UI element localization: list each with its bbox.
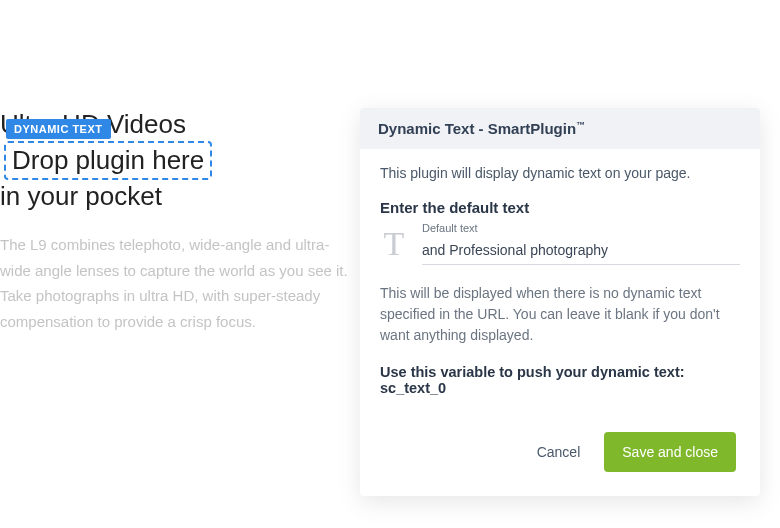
body-text: The L9 combines telephoto, wide-angle an… (0, 232, 360, 334)
panel-actions: Cancel Save and close (380, 424, 740, 482)
cancel-button[interactable]: Cancel (531, 434, 587, 470)
default-text-row: T Default text (380, 222, 740, 265)
headline-post: in your pocket (0, 181, 162, 211)
plugin-dropzone[interactable]: DYNAMIC TEXT Drop plugin here (4, 141, 212, 180)
save-and-close-button[interactable]: Save and close (604, 432, 736, 472)
section-label: Enter the default text (380, 199, 740, 216)
headline: Ultra HD Videos DYNAMIC TEXT Drop plugin… (0, 119, 212, 208)
plugin-badge: DYNAMIC TEXT (6, 119, 111, 139)
default-text-label: Default text (422, 222, 740, 234)
help-text: This will be displayed when there is no … (380, 283, 740, 346)
plugin-placeholder-text: Drop plugin here (12, 145, 204, 175)
panel-title-main: Dynamic Text - SmartPlugin (378, 120, 576, 137)
variable-name: sc_text_0 (380, 380, 446, 396)
variable-instruction: Use this variable to push your dynamic t… (380, 364, 740, 396)
text-icon: T (380, 227, 408, 265)
default-text-input[interactable] (422, 236, 740, 265)
panel-title: Dynamic Text - SmartPlugin™ (360, 108, 760, 149)
panel-description: This plugin will display dynamic text on… (380, 165, 740, 181)
plugin-config-panel: Dynamic Text - SmartPlugin™ This plugin … (360, 108, 760, 496)
variable-prefix: Use this variable to push your dynamic t… (380, 364, 685, 380)
page-content: Ultra HD Videos DYNAMIC TEXT Drop plugin… (0, 108, 360, 334)
trademark-symbol: ™ (576, 120, 585, 130)
